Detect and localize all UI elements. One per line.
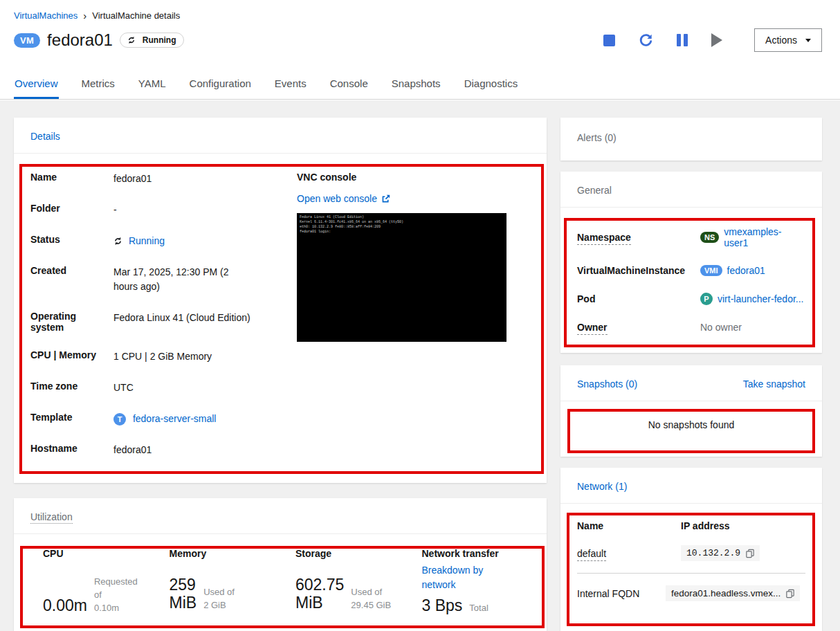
- stop-button[interactable]: [603, 35, 615, 46]
- general-row-vmi: VirtualMachineInstance VMI fedora01: [577, 265, 805, 276]
- network-table-header: Name IP address: [577, 520, 805, 531]
- general-row-pod: Pod P virt-launcher-fedor...: [577, 293, 805, 305]
- open-web-console-link[interactable]: Open web console: [297, 193, 390, 204]
- network-body: Name IP address default 10.132.2.9: [560, 504, 822, 601]
- template-badge-icon: T: [113, 413, 126, 426]
- status-badge: Running: [120, 33, 184, 48]
- tab-metrics[interactable]: Metrics: [81, 68, 116, 99]
- header-actions: Actions: [603, 28, 822, 52]
- actions-dropdown-button[interactable]: Actions: [754, 28, 822, 52]
- tab-events[interactable]: Events: [274, 68, 307, 99]
- take-snapshot-button[interactable]: Take snapshot: [743, 378, 805, 390]
- alerts-card-title[interactable]: Alerts (0): [577, 132, 617, 143]
- detail-row-timezone: Time zone UTC: [30, 381, 281, 395]
- breadcrumb-chevron-icon: ›: [83, 10, 86, 21]
- general-row-owner: Owner No owner: [577, 322, 805, 333]
- vmi-link[interactable]: fedora01: [727, 265, 765, 276]
- metric-memory: Memory 259 MiB Used of 2 GiB: [154, 548, 281, 615]
- tab-console[interactable]: Console: [329, 68, 369, 99]
- general-card: General Namespace NS vmexamples-user1 Vi…: [560, 172, 822, 353]
- metric-cpu: CPU 0.00m Requested of 0.10m: [28, 548, 154, 615]
- network-card: Network (1) Name IP address default 10.1…: [560, 468, 822, 631]
- detail-row-template: Template T fedora-server-small: [30, 412, 281, 426]
- start-button[interactable]: [711, 33, 722, 47]
- metric-network-transfer: Network transfer Breakdown by network 3 …: [407, 548, 533, 615]
- breadcrumb-current: VirtualMachine details: [92, 10, 180, 21]
- vnc-console-screen[interactable]: Fedora Linux 41 (Cloud Edition) Kernel 6…: [297, 213, 506, 342]
- actions-dropdown-label: Actions: [765, 35, 797, 46]
- network-row-default: default 10.132.2.9: [577, 545, 805, 561]
- pod-badge-icon: P: [700, 293, 713, 305]
- detail-row-os: Operating system Fedora Linux 41 (Cloud …: [30, 311, 281, 333]
- copy-icon[interactable]: [746, 549, 754, 558]
- title-row: VM fedora01 Running Actions: [14, 28, 822, 52]
- storage-value: 602.75 MiB: [295, 576, 344, 612]
- network-card-title[interactable]: Network (1): [577, 481, 627, 492]
- internal-fqdn-value: fedora01.headless.vmex...: [671, 588, 780, 598]
- utilization-body: CPU 0.00m Requested of 0.10m Memory: [14, 534, 547, 615]
- details-card-title[interactable]: Details: [30, 131, 60, 142]
- tab-overview[interactable]: Overview: [14, 68, 59, 99]
- play-icon: [711, 33, 722, 47]
- memory-value: 259 MiB: [170, 576, 197, 612]
- template-link[interactable]: fedora-server-small: [133, 413, 217, 424]
- network-row-divider: [577, 573, 805, 574]
- breakdown-by-network-link[interactable]: Breakdown by network: [422, 563, 533, 592]
- network-transfer-value: 3 Bps: [422, 596, 463, 614]
- stop-icon: [603, 35, 615, 46]
- overview-content: Details Name fedora01 Folder - Status: [0, 100, 840, 631]
- detail-row-cpu-memory: CPU | Memory 1 CPU | 2 GiB Memory: [30, 349, 281, 364]
- sync-icon: [127, 36, 136, 44]
- pod-link[interactable]: virt-launcher-fedor...: [718, 293, 804, 304]
- ip-address-value: 10.132.2.9: [686, 548, 740, 558]
- vnc-console-heading: VNC console: [297, 172, 506, 183]
- snapshots-card-title[interactable]: Snapshots (0): [577, 378, 637, 390]
- cpu-value: 0.00m: [43, 596, 87, 614]
- utilization-title: Utilization: [30, 511, 73, 524]
- vnc-console-section: VNC console Open web console Fedora Linu…: [297, 172, 506, 474]
- detail-row-folder: Folder -: [30, 203, 281, 217]
- detail-row-name: Name fedora01: [30, 172, 281, 186]
- right-column: Alerts (0) General Namespace NS vmexampl…: [560, 118, 822, 631]
- detail-row-status: Status Running: [30, 234, 281, 248]
- snapshots-card: Snapshots (0) Take snapshot No snapshots…: [560, 365, 822, 457]
- pause-button[interactable]: [677, 34, 688, 46]
- pause-icon: [677, 34, 688, 46]
- storage-total: 29.45 GiB: [351, 600, 391, 610]
- vm-resource-badge: VM: [14, 33, 40, 48]
- breadcrumb-virtualmachines-link[interactable]: VirtualMachines: [14, 10, 77, 21]
- tab-configuration[interactable]: Configuration: [189, 68, 252, 99]
- namespace-link[interactable]: vmexamples-user1: [724, 226, 805, 248]
- page-title: fedora01: [47, 30, 113, 50]
- namespace-badge-icon: NS: [700, 232, 719, 243]
- general-row-namespace: Namespace NS vmexamples-user1: [577, 226, 805, 248]
- alerts-card: Alerts (0): [560, 118, 822, 161]
- network-row-fqdn: Internal FQDN fedora01.headless.vmex...: [577, 585, 805, 601]
- network-name-default: default: [577, 548, 606, 561]
- restart-button[interactable]: [639, 33, 653, 48]
- page-header: VirtualMachines › VirtualMachine details…: [0, 0, 840, 52]
- owner-value: No owner: [700, 322, 742, 333]
- restart-icon: [639, 33, 653, 48]
- detail-row-hostname: Hostname fedora01: [30, 443, 281, 457]
- cpu-requested: 0.10m: [94, 603, 119, 613]
- tab-bar: Overview Metrics YAML Configuration Even…: [0, 68, 840, 100]
- status-running-link[interactable]: Running: [129, 235, 165, 246]
- chevron-down-icon: [805, 39, 811, 42]
- details-body: Name fedora01 Folder - Status: [14, 154, 547, 474]
- memory-total: 2 GiB: [203, 600, 226, 610]
- detail-row-created: Created Mar 17, 2025, 12:30 PM (2 hours …: [30, 265, 281, 294]
- tab-snapshots[interactable]: Snapshots: [391, 68, 441, 99]
- metric-storage: Storage 602.75 MiB Used of 29.45 GiB: [280, 548, 407, 615]
- utilization-card: Utilization CPU 0.00m Requested of 0.10m: [14, 498, 547, 631]
- details-list: Name fedora01 Folder - Status: [30, 172, 281, 474]
- external-link-icon: [381, 194, 390, 203]
- left-column: Details Name fedora01 Folder - Status: [14, 118, 547, 631]
- copy-icon[interactable]: [786, 589, 794, 598]
- tab-yaml[interactable]: YAML: [138, 68, 167, 99]
- sync-icon: [113, 237, 122, 246]
- details-card: Details Name fedora01 Folder - Status: [14, 118, 547, 483]
- breadcrumb: VirtualMachines › VirtualMachine details: [14, 10, 822, 21]
- tab-diagnostics[interactable]: Diagnostics: [464, 68, 519, 99]
- status-badge-label: Running: [143, 35, 176, 45]
